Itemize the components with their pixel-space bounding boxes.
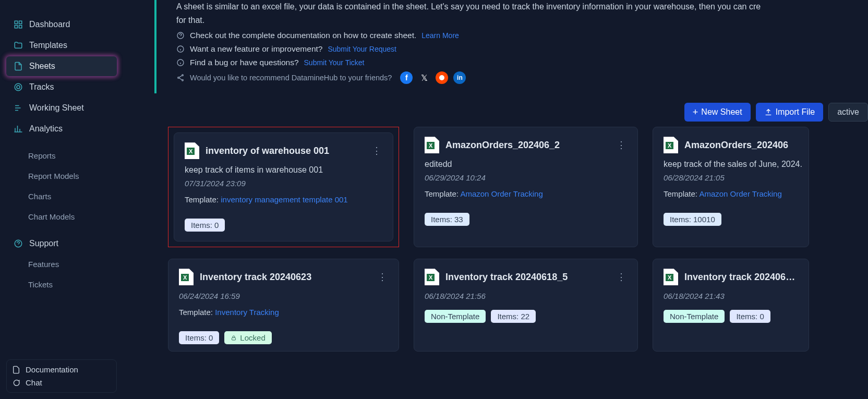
footer-chat[interactable]: Chat	[12, 376, 111, 389]
excel-file-icon	[425, 269, 439, 285]
template-link[interactable]: Inventory Tracking	[215, 308, 279, 317]
lock-icon	[231, 335, 237, 341]
sheet-card[interactable]: Inventory track 20240623 ⋮ 06/24/2024 16…	[168, 259, 399, 352]
share-icon	[176, 74, 185, 82]
template-link[interactable]: Amazon Order Tracking	[460, 189, 542, 198]
help-icon	[14, 239, 23, 248]
card-description: editedd	[425, 160, 627, 169]
sidebar-item-label: Templates	[29, 41, 67, 50]
help-icon	[176, 31, 185, 40]
sidebar-item-dashboard[interactable]: Dashboard	[6, 15, 117, 34]
svg-rect-2	[15, 26, 17, 28]
info-icon	[176, 45, 185, 53]
card-title: AmazonOrders_202406_2	[445, 140, 609, 151]
svg-rect-1	[19, 21, 22, 23]
items-badge: Items: 0	[185, 219, 225, 232]
sidebar-item-reports[interactable]: Reports	[6, 146, 117, 165]
excel-file-icon	[179, 269, 194, 285]
sidebar-item-label: Working Sheet	[29, 103, 84, 113]
svg-point-12	[182, 80, 184, 81]
card-title: Inventory track 20240618_3	[684, 272, 798, 283]
template-link[interactable]: inventory management template 001	[221, 195, 347, 204]
grid-icon	[14, 20, 23, 29]
import-file-button[interactable]: Import File	[756, 103, 824, 122]
non-template-badge: Non-Template	[425, 310, 486, 323]
sidebar-item-label: Sheets	[29, 62, 55, 71]
banner-text: A sheet is similar to an excel file, you…	[176, 0, 868, 14]
facebook-icon[interactable]: f	[400, 71, 413, 84]
card-title: Inventory track 20240618_5	[445, 272, 609, 283]
submit-ticket-link[interactable]: Submit Your Ticket	[304, 58, 365, 67]
items-badge: Items: 0	[730, 310, 770, 323]
svg-rect-14	[232, 337, 236, 340]
svg-point-10	[182, 75, 184, 76]
sidebar-item-sheets[interactable]: Sheets	[6, 56, 117, 76]
sheet-card[interactable]: inventory of warehouse 001 ⋮ keep track …	[174, 132, 393, 241]
sidebar-item-tickets[interactable]: Tickets	[6, 275, 117, 294]
chat-icon	[12, 379, 20, 387]
sheet-card[interactable]: AmazonOrders_202406_2 ⋮ editedd 06/29/20…	[414, 127, 638, 247]
card-menu-button[interactable]: ⋮	[377, 271, 388, 283]
items-badge: Items: 0	[179, 331, 219, 344]
locked-badge: Locked	[224, 331, 271, 344]
list-icon	[14, 103, 23, 113]
items-badge: Items: 10010	[664, 213, 721, 226]
sidebar-item-working-sheet[interactable]: Working Sheet	[6, 98, 117, 118]
items-badge: Items: 22	[491, 310, 536, 323]
sidebar-item-label: Tracks	[29, 82, 54, 92]
sheet-card[interactable]: AmazonOrders_202406 keep track of the sa…	[653, 127, 809, 247]
highlighted-card-wrap: inventory of warehouse 001 ⋮ keep track …	[168, 127, 399, 247]
sidebar-item-analytics[interactable]: Analytics	[6, 119, 117, 139]
sidebar-item-charts[interactable]: Charts	[6, 187, 117, 206]
card-menu-button[interactable]: ⋮	[616, 271, 627, 283]
card-description: keep track of the sales of June, 2024.	[664, 160, 798, 169]
reddit-icon[interactable]	[436, 71, 448, 84]
sidebar: Dashboard Templates Sheets Tracks Workin…	[0, 0, 123, 399]
upload-icon	[764, 108, 773, 116]
submit-request-link[interactable]: Submit Your Request	[328, 45, 396, 53]
card-date: 06/24/2024 16:59	[179, 292, 388, 300]
sidebar-footer: Documentation Chat	[6, 359, 117, 393]
svg-point-5	[17, 86, 20, 89]
items-badge: Items: 33	[425, 213, 469, 226]
file-icon	[14, 62, 23, 71]
card-date: 06/28/2024 21:05	[664, 173, 798, 182]
card-description: keep track of items in warehouse 001	[185, 165, 382, 175]
sidebar-item-label: Support	[29, 239, 58, 248]
svg-point-11	[178, 77, 179, 79]
new-sheet-button[interactable]: + New Sheet	[684, 103, 751, 122]
card-menu-button[interactable]: ⋮	[616, 139, 627, 151]
sidebar-item-features[interactable]: Features	[6, 255, 117, 274]
sidebar-item-tracks[interactable]: Tracks	[6, 77, 117, 97]
sidebar-item-chart-models[interactable]: Chart Models	[6, 207, 117, 226]
non-template-badge: Non-Template	[664, 310, 725, 323]
sheet-card[interactable]: Inventory track 20240618_5 ⋮ 06/18/2024 …	[414, 259, 638, 352]
x-icon[interactable]: 𝕏	[418, 71, 430, 84]
filter-active-button[interactable]: active	[828, 103, 868, 122]
folder-icon	[14, 41, 23, 50]
linkedin-icon[interactable]: in	[453, 71, 466, 84]
svg-rect-0	[15, 21, 17, 23]
footer-documentation[interactable]: Documentation	[12, 363, 111, 376]
card-menu-button[interactable]: ⋮	[371, 145, 382, 156]
chart-bar-icon	[14, 124, 23, 134]
card-title: Inventory track 20240623	[200, 272, 370, 283]
doc-icon	[12, 366, 20, 374]
learn-more-link[interactable]: Learn More	[421, 31, 459, 40]
sheet-card[interactable]: Inventory track 20240618_3 06/18/2024 21…	[653, 259, 809, 352]
card-date: 07/31/2024 23:09	[185, 179, 382, 188]
info-icon	[176, 58, 185, 67]
sidebar-item-support[interactable]: Support	[6, 234, 117, 253]
excel-file-icon	[185, 142, 199, 159]
sidebar-item-templates[interactable]: Templates	[6, 35, 117, 55]
sidebar-item-report-models[interactable]: Report Models	[6, 166, 117, 186]
card-date: 06/18/2024 21:43	[664, 292, 798, 300]
card-title: AmazonOrders_202406	[684, 140, 798, 151]
card-title: inventory of warehouse 001	[206, 146, 365, 156]
card-date: 06/29/2024 10:24	[425, 173, 627, 182]
svg-rect-3	[19, 26, 22, 28]
banner-text: for that.	[176, 14, 868, 27]
card-date: 06/18/2024 21:56	[425, 292, 627, 300]
excel-file-icon	[425, 137, 439, 153]
template-link[interactable]: Amazon Order Tracking	[699, 189, 781, 198]
